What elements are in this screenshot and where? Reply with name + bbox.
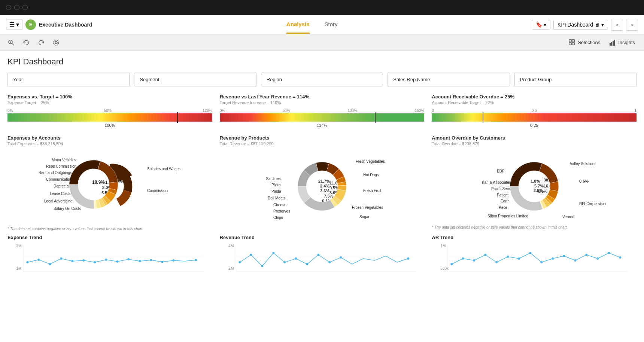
hamburger-icon: ☰ [9, 21, 15, 28]
filter-region[interactable]: Region [261, 73, 383, 86]
gauge-label-05: 0.5 [532, 109, 537, 113]
svg-rect-6 [572, 40, 574, 42]
rlabel-sugar: Sugar [359, 215, 370, 219]
trend-dot [195, 259, 197, 261]
trend-ar-svg: 1M 500k [432, 242, 637, 275]
revenue-donut-svg: Fresh Vegetables Hot Dogs Fresh Fruit Fr… [236, 147, 408, 226]
hamburger-dropdown-icon: ▾ [16, 21, 19, 28]
acenter5: 2.8% [534, 188, 543, 193]
ar-marker [483, 112, 483, 123]
toolbar-redo-button[interactable] [36, 37, 46, 48]
gauge-label-100pct: 100% [347, 109, 357, 113]
chart-ar-title: Amount Overdue by Customers [432, 135, 637, 141]
trend-dot [272, 252, 274, 254]
filter-sales-rep[interactable]: Sales Rep Name [388, 73, 510, 86]
alabel-edp: EDP [497, 169, 505, 173]
minimize-btn[interactable] [14, 5, 19, 10]
toolbar-undo-button[interactable] [21, 37, 31, 48]
svg-line-1 [12, 43, 14, 45]
toolbar-smart-search-button[interactable] [6, 37, 16, 48]
tab-analysis[interactable]: Analysis [286, 16, 310, 34]
dashboard-selector-button[interactable]: KPI Dashboard 🖥 ▾ [553, 20, 608, 30]
chart-revenue-title: Revenue by Products [220, 135, 425, 141]
kpi-expenses-subtitle: Expense Target = 25% [7, 100, 212, 105]
chart-revenue-area: Fresh Vegetables Hot Dogs Fresh Fruit Fr… [220, 149, 425, 224]
filter-product-group[interactable]: Product Group [514, 73, 637, 86]
filter-segment[interactable]: Segment [134, 73, 256, 86]
trend-revenue-svg: 4M 2M [220, 242, 425, 275]
revenue-trend-line [240, 253, 408, 266]
kpi-revenue-labels: 0% 50% 100% 150% [220, 109, 425, 113]
nav-prev-button[interactable]: ‹ [611, 19, 623, 31]
trend-dot [597, 257, 599, 260]
charts-row: Expenses by Accounts Total Expenses = $3… [7, 135, 637, 231]
svg-rect-10 [611, 42, 612, 46]
trend-dot [552, 257, 554, 260]
svg-point-0 [9, 40, 12, 44]
trend-dot [473, 259, 476, 262]
rlabel-fresh-veg: Fresh Vegetables [356, 159, 385, 164]
trend-dot [317, 254, 319, 256]
trend-revenue-title: Revenue Trend [220, 235, 425, 240]
svg-rect-5 [569, 40, 571, 42]
ar-trend-line [452, 253, 620, 264]
trend-dot [295, 257, 297, 260]
page-title: KPI Dashboard [7, 57, 637, 67]
insights-button[interactable]: Insights [606, 38, 638, 48]
rlabel-chips: Chips [273, 216, 283, 220]
trend-dot [574, 259, 577, 262]
gauge-label-50pct: 50% [283, 109, 290, 113]
tab-story[interactable]: Story [325, 16, 338, 34]
chart-expenses-note: * The data set contains negative or zero… [7, 227, 212, 231]
svg-rect-11 [613, 41, 614, 46]
chart-ar-area: Valley Solutions RFI Corporation Venred … [432, 149, 637, 224]
trend-dot [541, 261, 543, 263]
trend-dot [283, 261, 286, 263]
trend-y-1m: 1M [16, 266, 21, 271]
kpi-row: Expenses vs. Target = 100% Expense Targe… [7, 94, 637, 128]
main-content: KPI Dashboard Year Segment Region Sales … [0, 51, 644, 342]
trend-dot [484, 254, 487, 256]
rlabel-frozen-veg: Frozen Vegetables [352, 205, 383, 210]
maximize-btn[interactable] [22, 5, 28, 10]
trend-dot [586, 254, 588, 256]
alabel-patient: Patient [497, 193, 508, 197]
hamburger-button[interactable]: ☰ ▾ [6, 19, 22, 30]
dashboard-dropdown-icon: ▾ [601, 22, 604, 28]
kpi-revenue-title: Revenue vs Last Year Revenue = 114% [220, 94, 425, 100]
acenter6: 0.6% [579, 179, 589, 183]
trend-dot [328, 261, 331, 263]
trend-dot [451, 263, 453, 265]
kpi-expenses: Expenses vs. Target = 100% Expense Targe… [7, 94, 212, 128]
rlabel-pasta: Pasta [271, 189, 281, 193]
gauge-label-1: 1 [634, 109, 637, 113]
acenter7: 1.8% [531, 179, 540, 183]
chart-expenses-title: Expenses by Accounts [7, 135, 212, 141]
rcenter2: 2.4% [320, 184, 329, 188]
app-icon-text: E [29, 22, 32, 27]
acenter4: 5.7% [534, 184, 544, 188]
bookmark-button[interactable]: 🔖 ▾ [532, 20, 550, 30]
trend-y-1m: 1M [441, 244, 446, 248]
rlabel-sardines: Sardines [266, 177, 280, 181]
rlabel-deli: Deli Meats [268, 196, 285, 200]
settings-icon [52, 39, 60, 46]
toolbar-settings-button[interactable] [51, 37, 61, 48]
trend-dot [150, 259, 152, 261]
toolbar-right: Selections Insights [566, 38, 638, 48]
selections-button[interactable]: Selections [566, 38, 603, 48]
kpi-expenses-labels: 0% 50% 120% [7, 109, 212, 113]
app-icon: E [25, 19, 36, 30]
close-btn[interactable] [6, 5, 11, 10]
selections-label: Selections [578, 40, 600, 45]
trend-dot [239, 261, 241, 263]
gauge-label-50pct: 50% [104, 109, 112, 113]
nav-next-button[interactable]: › [626, 19, 638, 31]
rcenter7: 7.5% [324, 194, 333, 198]
rlabel-hot-dogs: Hot Dogs [363, 173, 379, 177]
insights-label: Insights [618, 40, 635, 45]
svg-point-2 [10, 41, 11, 43]
filter-year[interactable]: Year [7, 73, 130, 86]
trend-revenue: Revenue Trend 4M 2M [220, 235, 425, 277]
alabel-pace: Pace [499, 205, 507, 210]
